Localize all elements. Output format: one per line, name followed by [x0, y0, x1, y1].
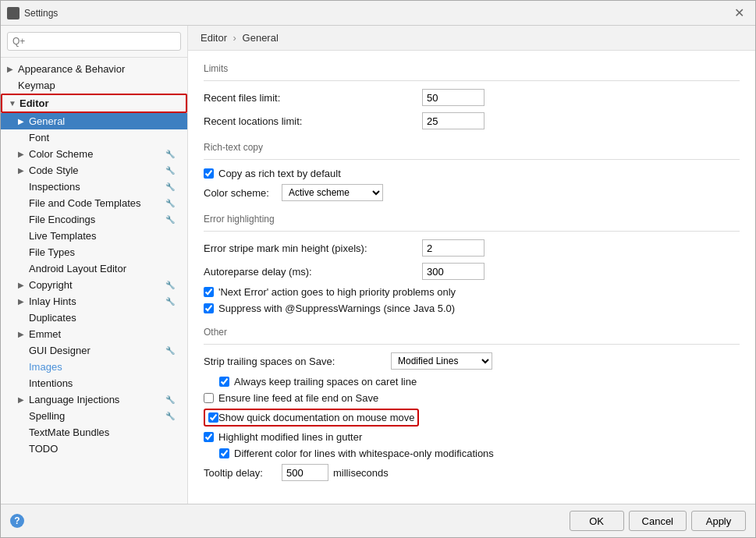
sidebar-item-font[interactable]: Font: [1, 129, 187, 146]
error-highlighting-section: Error highlighting Error stripe mark min…: [204, 214, 740, 314]
sidebar-item-color-scheme[interactable]: ▶ Color Scheme 🔧: [1, 146, 187, 162]
cancel-button[interactable]: Cancel: [629, 511, 687, 531]
other-divider: [204, 344, 740, 345]
next-error-checkbox[interactable]: [204, 287, 214, 297]
close-button[interactable]: ✕: [729, 4, 749, 22]
stripe-row: Error stripe mark min height (pixels):: [204, 239, 740, 257]
color-scheme-label: Color scheme:: [204, 187, 282, 199]
search-box: [1, 26, 187, 58]
page-icon-code-style: 🔧: [165, 166, 178, 175]
strip-trailing-label: Strip trailing spaces on Save:: [204, 356, 391, 367]
suppress-row: Suppress with @SuppressWarnings (since J…: [204, 303, 740, 314]
show-quick-doc-label: Show quick documentation on mouse move: [218, 412, 414, 423]
recent-locations-row: Recent locations limit:: [204, 112, 740, 129]
copy-rich-text-checkbox[interactable]: [204, 168, 214, 179]
tree-arrow-code-style: ▶: [18, 166, 29, 175]
tooltip-delay-input[interactable]: [282, 464, 328, 481]
always-keep-checkbox[interactable]: [219, 377, 229, 387]
copy-rich-text-row: Copy as rich text by default: [204, 168, 740, 179]
sidebar-item-duplicates[interactable]: Duplicates: [1, 310, 187, 326]
sidebar-item-code-style[interactable]: ▶ Code Style 🔧: [1, 162, 187, 179]
sidebar-item-gui-designer[interactable]: GUI Designer 🔧: [1, 342, 187, 359]
different-color-label: Different color for lines with whitespac…: [234, 448, 494, 459]
sidebar-item-file-types[interactable]: File Types: [1, 244, 187, 260]
sidebar-item-inspections-label: Inspections: [29, 181, 80, 193]
sidebar-item-images-label[interactable]: Images: [29, 361, 62, 373]
page-icon-gui: 🔧: [165, 346, 178, 355]
sidebar-item-language-injections[interactable]: ▶ Language Injections 🔧: [1, 391, 187, 408]
sidebar-item-general[interactable]: ▶ General: [1, 113, 187, 129]
sidebar-item-todo[interactable]: TODO: [1, 441, 187, 457]
error-highlighting-divider: [204, 231, 740, 232]
ok-button[interactable]: OK: [570, 511, 624, 531]
other-title: Other: [204, 327, 740, 338]
bottom-bar: ? OK Cancel Apply: [1, 504, 755, 537]
sidebar-item-file-encodings-label: File Encodings: [29, 214, 95, 225]
breadcrumb-separator: ›: [233, 32, 236, 44]
sidebar-item-copyright-label: Copyright: [29, 279, 73, 291]
sidebar-item-android-layout-editor[interactable]: Android Layout Editor: [1, 260, 187, 277]
sidebar-item-android-layout-editor-label: Android Layout Editor: [29, 263, 126, 274]
sidebar-item-emmet[interactable]: ▶ Emmet: [1, 326, 187, 342]
title-bar: Settings ✕: [1, 1, 755, 26]
sidebar-item-inlay-hints-label: Inlay Hints: [29, 296, 76, 307]
limits-title: Limits: [204, 63, 740, 74]
sidebar-item-live-templates[interactable]: Live Templates: [1, 228, 187, 244]
sidebar-item-inlay-hints[interactable]: ▶ Inlay Hints 🔧: [1, 293, 187, 310]
sidebar-item-inspections[interactable]: Inspections 🔧: [1, 179, 187, 195]
autoreparse-label: Autoreparse delay (ms):: [204, 266, 422, 278]
highlight-modified-row: Highlight modified lines in gutter: [204, 431, 740, 443]
strip-trailing-select[interactable]: Modified Lines All None: [391, 352, 492, 370]
recent-locations-input[interactable]: [422, 112, 484, 129]
sidebar-item-todo-label: TODO: [29, 443, 58, 455]
sidebar-item-live-templates-label: Live Templates: [29, 230, 96, 242]
stripe-input[interactable]: [422, 239, 484, 257]
search-input[interactable]: [7, 32, 181, 51]
sidebar-item-appearance[interactable]: ▶ Appearance & Behavior: [1, 61, 187, 77]
sidebar-item-keymap[interactable]: Keymap: [1, 77, 187, 94]
highlight-modified-label: Highlight modified lines in gutter: [218, 431, 362, 443]
page-icon-inlay: 🔧: [165, 297, 178, 306]
sidebar-item-images[interactable]: Images: [1, 359, 187, 375]
tree-arrow-copyright: ▶: [18, 281, 29, 289]
app-icon: [7, 7, 20, 19]
suppress-label: Suppress with @SuppressWarnings (since J…: [218, 303, 455, 314]
ensure-line-feed-label: Ensure line feed at file end on Save: [218, 392, 378, 404]
color-scheme-select[interactable]: Active scheme Default Darcula: [282, 184, 383, 201]
right-panel: Editor › General Limits Recent files lim…: [188, 26, 755, 504]
page-icon-spelling: 🔧: [165, 412, 178, 420]
page-icon-copyright: 🔧: [165, 281, 178, 289]
tooltip-delay-label: Tooltip delay:: [204, 467, 282, 479]
ensure-line-feed-checkbox[interactable]: [204, 393, 214, 403]
apply-button[interactable]: Apply: [691, 511, 746, 531]
page-icon-li: 🔧: [165, 395, 178, 404]
page-icon-inspections: 🔧: [165, 182, 178, 191]
copy-rich-text-label: Copy as rich text by default: [218, 168, 341, 179]
autoreparse-input[interactable]: [422, 263, 484, 280]
sidebar-item-editor[interactable]: ▼ Editor: [1, 94, 187, 113]
sidebar-tree: ▶ Appearance & Behavior Keymap ▼ Editor …: [1, 58, 187, 504]
sidebar-item-appearance-label: Appearance & Behavior: [18, 63, 125, 75]
show-quick-doc-checkbox[interactable]: [208, 412, 218, 423]
sidebar-item-spelling[interactable]: Spelling 🔧: [1, 408, 187, 424]
limits-section: Limits Recent files limit: Recent locati…: [204, 63, 740, 129]
sidebar-item-copyright[interactable]: ▶ Copyright 🔧: [1, 277, 187, 293]
recent-files-input[interactable]: [422, 89, 484, 106]
suppress-checkbox[interactable]: [204, 303, 214, 313]
highlight-modified-checkbox[interactable]: [204, 432, 214, 442]
help-button[interactable]: ?: [10, 514, 24, 528]
sidebar-item-intentions[interactable]: Intentions: [1, 375, 187, 391]
sidebar-item-intentions-label: Intentions: [29, 377, 73, 389]
next-error-label: 'Next Error' action goes to high priorit…: [218, 286, 456, 298]
sidebar-item-textmate-bundles[interactable]: TextMate Bundles: [1, 424, 187, 441]
sidebar-item-file-types-label: File Types: [29, 246, 75, 258]
show-quick-doc-row: Show quick documentation on mouse move: [204, 409, 419, 427]
recent-files-row: Recent files limit:: [204, 89, 740, 106]
sidebar-item-file-code-templates[interactable]: File and Code Templates 🔧: [1, 195, 187, 211]
sidebar-item-general-label: General: [29, 115, 65, 127]
error-highlighting-title: Error highlighting: [204, 214, 740, 225]
page-icon-fe: 🔧: [165, 215, 178, 224]
different-color-checkbox[interactable]: [219, 448, 229, 458]
sidebar: ▶ Appearance & Behavior Keymap ▼ Editor …: [1, 26, 188, 504]
sidebar-item-file-encodings[interactable]: File Encodings 🔧: [1, 211, 187, 228]
